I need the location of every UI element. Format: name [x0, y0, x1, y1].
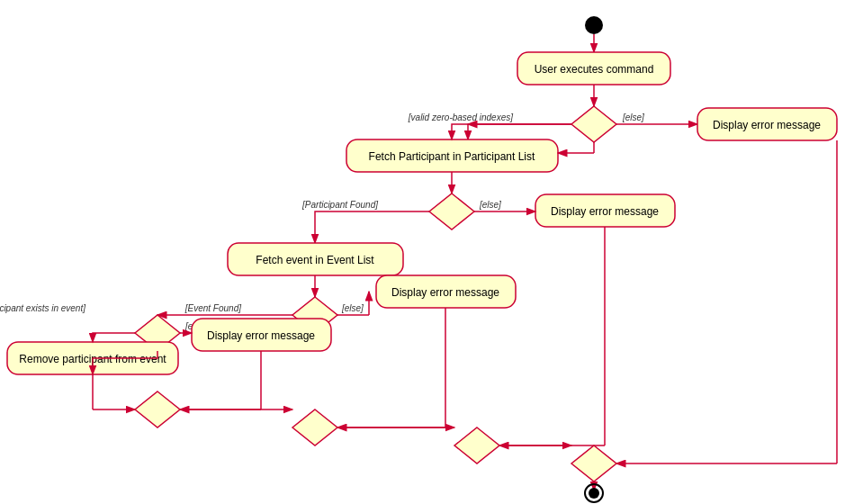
guard-participant-exists: [Participant exists in event]: [0, 303, 85, 313]
display-error-3-label: Display error message: [391, 286, 499, 299]
start-node: [585, 16, 603, 34]
display-error-1-label: Display error message: [713, 119, 821, 131]
path-d2-to-fetch-event: [315, 212, 429, 243]
guard-event-found: [Event Found]: [184, 303, 241, 313]
guard-participant-found: [Participant Found]: [301, 200, 378, 210]
diamond-participant-found: [429, 194, 474, 230]
user-executes-label: User executes command: [535, 63, 654, 76]
fetch-event-label: Fetch event in Event List: [256, 254, 374, 266]
end-node-inner: [589, 488, 599, 499]
display-error-2-label: Display error message: [551, 205, 659, 218]
guard-else-1: [else]: [622, 112, 644, 122]
path-d1-to-fetch-participant: [452, 124, 571, 140]
guard-else-2: [else]: [479, 200, 501, 210]
guard-else-3: [else]: [341, 303, 364, 313]
diamond-indexes: [571, 106, 616, 142]
diamond-merge-4: [571, 446, 616, 482]
path-d4-left-to-remove: [93, 333, 135, 342]
diamond-merge-2: [292, 410, 337, 446]
display-error-4-label: Display error message: [207, 329, 315, 342]
guard-valid-indexes: [valid zero-based indexes]: [408, 112, 513, 122]
diamond-merge-1: [135, 392, 180, 428]
diamond-merge-3: [454, 428, 499, 464]
fetch-participant-label: Fetch Participant in Participant List: [369, 150, 535, 163]
